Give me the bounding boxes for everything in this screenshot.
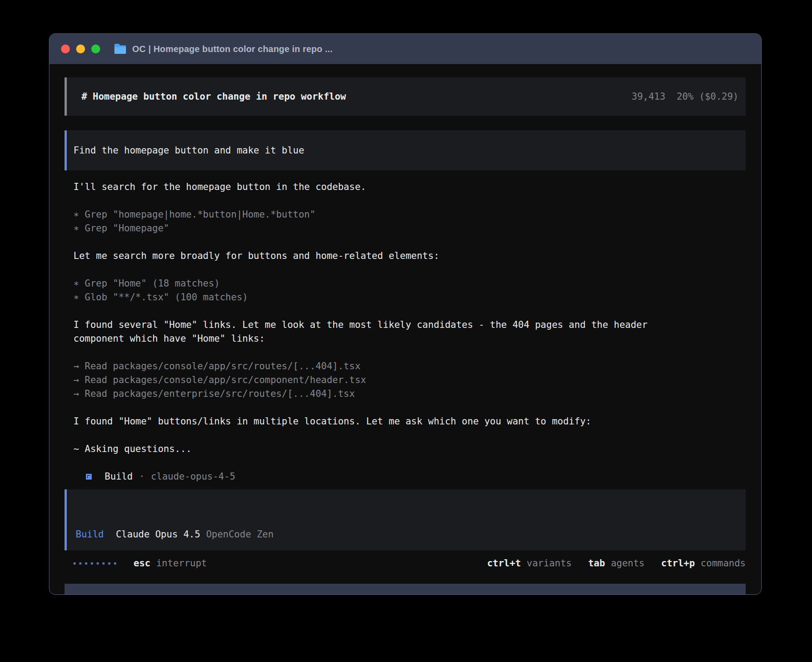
session-title: # Homepage button color change in repo w… bbox=[81, 90, 346, 104]
shortcut-key: tab bbox=[588, 557, 605, 570]
assistant-text: I found several "Home" links. Let me loo… bbox=[73, 318, 651, 346]
shortcut-variants: ctrl+t variants bbox=[487, 557, 572, 570]
window-bottom-strip bbox=[65, 584, 746, 594]
tool-call-grep: ∗ Grep "Home" (18 matches) bbox=[73, 277, 651, 291]
tool-call-glob: ∗ Glob "**/*.tsx" (100 matches) bbox=[73, 291, 651, 304]
assistant-status-text: ~ Asking questions... bbox=[73, 442, 651, 456]
terminal-content: # Homepage button color change in repo w… bbox=[49, 64, 761, 594]
tool-call-group: ∗ Grep "Home" (18 matches) ∗ Glob "**/*.… bbox=[73, 277, 651, 304]
spinner-icon bbox=[73, 562, 120, 565]
shortcut-label: commands bbox=[701, 557, 746, 570]
status-left: esc interrupt bbox=[73, 557, 207, 570]
token-usage-stats: 39,413 20% ($0.29) bbox=[632, 90, 739, 104]
agent-build-icon bbox=[86, 474, 92, 480]
shortcut-key: ctrl+t bbox=[487, 557, 521, 570]
shortcut-agents: tab agents bbox=[588, 557, 645, 570]
tool-call-read: → Read packages/console/app/src/componen… bbox=[73, 373, 651, 387]
assistant-text: I found "Home" buttons/links in multiple… bbox=[73, 415, 651, 428]
session-header: # Homepage button color change in repo w… bbox=[65, 77, 746, 116]
status-bar: esc interrupt ctrl+t variants tab agents… bbox=[65, 557, 746, 570]
shortcut-label: variants bbox=[527, 557, 572, 570]
tool-call-group: ∗ Grep "homepage|home.*button|Home.*butt… bbox=[73, 208, 651, 235]
agent-name: Build bbox=[105, 470, 133, 484]
mode-badge[interactable]: Build bbox=[76, 528, 104, 541]
shortcut-commands: ctrl+p commands bbox=[661, 557, 746, 570]
terminal-window: OC | Homepage button color change in rep… bbox=[49, 33, 762, 595]
tool-call-grep: ∗ Grep "Homepage" bbox=[73, 222, 651, 235]
shortcut-label: agents bbox=[611, 557, 645, 570]
close-window-button[interactable] bbox=[61, 44, 70, 53]
tool-call-read: → Read packages/console/app/src/routes/[… bbox=[73, 359, 651, 373]
shortcut-key: ctrl+p bbox=[661, 557, 695, 570]
provider-name: OpenCode Zen bbox=[206, 528, 274, 541]
minimize-window-button[interactable] bbox=[76, 44, 85, 53]
prompt-input[interactable]: Build Claude Opus 4.5 OpenCode Zen bbox=[65, 489, 746, 550]
tool-call-read: → Read packages/enterprise/src/routes/[.… bbox=[73, 387, 651, 401]
tool-call-grep: ∗ Grep "homepage|home.*button|Home.*butt… bbox=[73, 208, 651, 222]
folder-icon bbox=[114, 44, 127, 54]
agent-status-line: Build · claude-opus-4-5 bbox=[73, 470, 651, 484]
assistant-text: Let me search more broadly for buttons a… bbox=[73, 249, 651, 263]
shortcut-label-interrupt: interrupt bbox=[156, 557, 207, 570]
shortcut-key-esc: esc bbox=[134, 557, 150, 570]
titlebar[interactable]: OC | Homepage button color change in rep… bbox=[49, 34, 761, 64]
input-footer: Build Claude Opus 4.5 OpenCode Zen bbox=[76, 528, 274, 541]
agent-model: claude-opus-4-5 bbox=[151, 470, 235, 484]
tool-call-group: → Read packages/console/app/src/routes/[… bbox=[73, 359, 651, 401]
status-right: ctrl+t variants tab agents ctrl+p comman… bbox=[471, 557, 746, 570]
user-message-text: Find the homepage button and make it blu… bbox=[73, 144, 304, 157]
assistant-text: I'll search for the homepage button in t… bbox=[73, 180, 651, 194]
conversation: I'll search for the homepage button in t… bbox=[73, 180, 651, 484]
agent-separator: · bbox=[139, 470, 145, 484]
zoom-window-button[interactable] bbox=[91, 44, 100, 53]
model-name: Claude Opus 4.5 bbox=[116, 528, 200, 541]
window-title: OC | Homepage button color change in rep… bbox=[132, 44, 333, 54]
user-message: Find the homepage button and make it blu… bbox=[65, 130, 746, 170]
